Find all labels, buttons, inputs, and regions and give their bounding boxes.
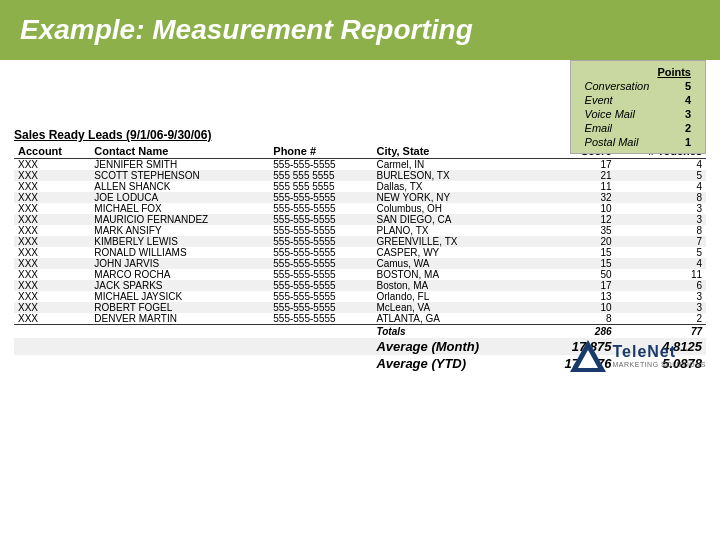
cell-phone: 555-555-5555 (269, 247, 372, 258)
points-box: Points Conversation 5 Event 4 Voice Mail… (570, 60, 706, 154)
points-header: Points (653, 65, 695, 79)
cell-phone: 555-555-5555 (269, 258, 372, 269)
cell-name: MICHAEL JAYSICK (90, 291, 269, 302)
table-row: XXX JOE LODUCA 555-555-5555 NEW YORK, NY… (14, 192, 706, 203)
cell-city: Dallas, TX (372, 181, 534, 192)
cell-city: PLANO, TX (372, 225, 534, 236)
cell-phone: 555-555-5555 (269, 192, 372, 203)
logo-text: TeleNet MARKETING SOLUTIONS (612, 343, 706, 368)
page-title: Example: Measurement Reporting (20, 14, 473, 46)
cell-touches: 8 (616, 225, 706, 236)
logo-inner-triangle-icon (578, 350, 598, 368)
cell-name: ALLEN SHANCK (90, 181, 269, 192)
points-label-3: Email (581, 121, 654, 135)
cell-city: ATLANTA, GA (372, 313, 534, 325)
cell-name: MICHAEL FOX (90, 203, 269, 214)
cell-name: ROBERT FOGEL (90, 302, 269, 313)
cell-account: XXX (14, 159, 90, 171)
cell-account: XXX (14, 181, 90, 192)
table-row: XXX MICHAEL JAYSICK 555-555-5555 Orlando… (14, 291, 706, 302)
cell-score: 50 (535, 269, 616, 280)
points-value-1: 4 (653, 93, 695, 107)
cell-score: 8 (535, 313, 616, 325)
cell-account: XXX (14, 291, 90, 302)
table-row: XXX ROBERT FOGEL 555-555-5555 McLean, VA… (14, 302, 706, 313)
cell-score: 10 (535, 203, 616, 214)
cell-phone: 555 555 5555 (269, 181, 372, 192)
table-row: XXX KIMBERLY LEWIS 555-555-5555 GREENVIL… (14, 236, 706, 247)
points-label-1: Event (581, 93, 654, 107)
cell-touches: 4 (616, 258, 706, 269)
cell-account: XXX (14, 170, 90, 181)
cell-score: 20 (535, 236, 616, 247)
cell-name: MARK ANSIFY (90, 225, 269, 236)
header: Example: Measurement Reporting (0, 0, 720, 60)
cell-city: Boston, MA (372, 280, 534, 291)
cell-city: NEW YORK, NY (372, 192, 534, 203)
cell-score: 17 (535, 159, 616, 171)
totals-label-text: Totals (372, 325, 534, 339)
cell-name: KIMBERLY LEWIS (90, 236, 269, 247)
cell-phone: 555-555-5555 (269, 313, 372, 325)
cell-name: SCOTT STEPHENSON (90, 170, 269, 181)
cell-account: XXX (14, 192, 90, 203)
totals-row: Totals 286 77 (14, 325, 706, 339)
cell-score: 11 (535, 181, 616, 192)
table-row: XXX MICHAEL FOX 555-555-5555 Columbus, O… (14, 203, 706, 214)
points-value-4: 1 (653, 135, 695, 149)
cell-score: 13 (535, 291, 616, 302)
cell-phone: 555-555-5555 (269, 203, 372, 214)
cell-phone: 555-555-5555 (269, 291, 372, 302)
cell-city: Carmel, IN (372, 159, 534, 171)
cell-account: XXX (14, 258, 90, 269)
table-row: XXX MARK ANSIFY 555-555-5555 PLANO, TX 3… (14, 225, 706, 236)
cell-name: MARCO ROCHA (90, 269, 269, 280)
cell-phone: 555-555-5555 (269, 302, 372, 313)
cell-phone: 555-555-5555 (269, 236, 372, 247)
cell-city: Columbus, OH (372, 203, 534, 214)
table-row: XXX JOHN JARVIS 555-555-5555 Camus, WA 1… (14, 258, 706, 269)
cell-phone: 555-555-5555 (269, 280, 372, 291)
points-label-4: Postal Mail (581, 135, 654, 149)
col-contact-name: Contact Name (90, 144, 269, 159)
cell-account: XXX (14, 280, 90, 291)
cell-name: JACK SPARKS (90, 280, 269, 291)
points-value-3: 2 (653, 121, 695, 135)
cell-phone: 555-555-5555 (269, 225, 372, 236)
cell-name: MAURICIO FERNANDEZ (90, 214, 269, 225)
cell-touches: 7 (616, 236, 706, 247)
cell-city: GREENVILLE, TX (372, 236, 534, 247)
logo-subtitle: MARKETING SOLUTIONS (612, 361, 706, 369)
cell-account: XXX (14, 302, 90, 313)
logo: TeleNet MARKETING SOLUTIONS (570, 340, 706, 372)
cell-score: 21 (535, 170, 616, 181)
cell-account: XXX (14, 214, 90, 225)
cell-account: XXX (14, 269, 90, 280)
cell-touches: 3 (616, 291, 706, 302)
cell-city: SAN DIEGO, CA (372, 214, 534, 225)
cell-name: JENNIFER SMITH (90, 159, 269, 171)
avg-month-label: Average (Month) (372, 338, 534, 355)
cell-city: BOSTON, MA (372, 269, 534, 280)
cell-city: Orlando, FL (372, 291, 534, 302)
cell-score: 12 (535, 214, 616, 225)
avg-ytd-label: Average (YTD) (372, 355, 534, 372)
cell-phone: 555 555 5555 (269, 170, 372, 181)
cell-touches: 11 (616, 269, 706, 280)
points-value-2: 3 (653, 107, 695, 121)
table-row: XXX JENNIFER SMITH 555-555-5555 Carmel, … (14, 159, 706, 171)
main-content: Points Conversation 5 Event 4 Voice Mail… (0, 60, 720, 380)
points-value-0: 5 (653, 79, 695, 93)
totals-touches: 77 (616, 325, 706, 339)
cell-score: 15 (535, 258, 616, 269)
cell-touches: 4 (616, 159, 706, 171)
cell-touches: 3 (616, 203, 706, 214)
totals-label (14, 325, 372, 339)
cell-account: XXX (14, 313, 90, 325)
cell-account: XXX (14, 203, 90, 214)
table-row: XXX RONALD WILLIAMS 555-555-5555 CASPER,… (14, 247, 706, 258)
cell-city: Camus, WA (372, 258, 534, 269)
cell-score: 15 (535, 247, 616, 258)
table-row: XXX JACK SPARKS 555-555-5555 Boston, MA … (14, 280, 706, 291)
cell-touches: 8 (616, 192, 706, 203)
